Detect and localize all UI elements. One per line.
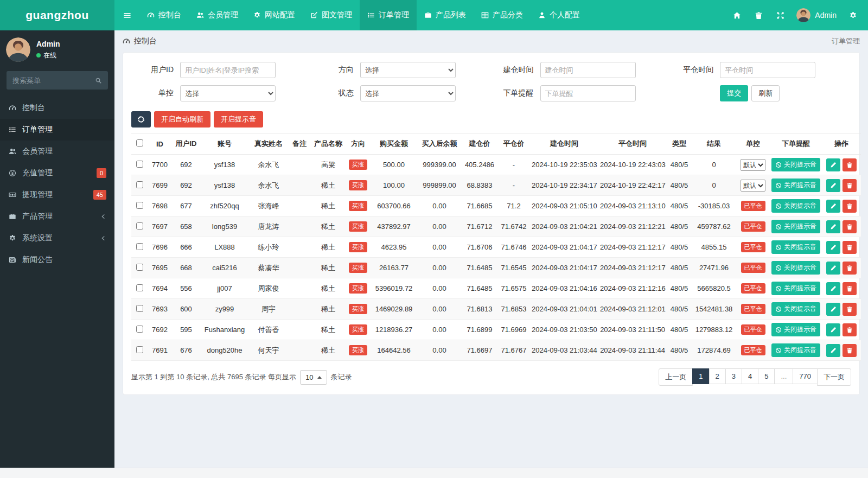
delete-button[interactable]: [843, 179, 857, 192]
row-checkbox[interactable]: [136, 181, 143, 188]
row-checkbox[interactable]: [136, 161, 143, 168]
edit-button[interactable]: [826, 220, 840, 233]
row-checkbox[interactable]: [136, 326, 143, 333]
sidebar-toggle-button[interactable]: [114, 0, 139, 30]
open-time-filter-input[interactable]: [540, 62, 636, 78]
filter-refresh-button[interactable]: 刷新: [751, 85, 780, 101]
delete-button[interactable]: [843, 282, 857, 295]
control-filter-select[interactable]: 选择: [180, 85, 276, 101]
sidebar-item-members[interactable]: 会员管理: [0, 141, 114, 162]
auto-refresh-button[interactable]: 开启自动刷新: [154, 111, 210, 128]
edit-button[interactable]: [826, 262, 840, 275]
page-button[interactable]: 2: [709, 368, 726, 384]
edit-button[interactable]: [826, 282, 840, 295]
nav-item-orders[interactable]: 订单管理: [360, 0, 417, 30]
column-header[interactable]: 购买金额: [371, 133, 417, 155]
row-checkbox[interactable]: [136, 264, 143, 271]
nav-item-product-category[interactable]: 产品分类: [474, 0, 531, 30]
nav-item-members[interactable]: 会员管理: [189, 0, 246, 30]
bottom-scrollbar-track[interactable]: [0, 468, 868, 478]
edit-button[interactable]: [826, 344, 840, 357]
nav-item-site-config[interactable]: 网站配置: [246, 0, 303, 30]
page-button[interactable]: 下一页: [817, 368, 851, 386]
sidebar-item-news[interactable]: 新闻公告: [0, 249, 114, 271]
status-filter-select[interactable]: 选择: [360, 85, 456, 101]
nav-item-product-list[interactable]: 产品列表: [417, 0, 474, 30]
settings-button[interactable]: [842, 0, 864, 30]
delete-button[interactable]: [843, 158, 857, 171]
column-header[interactable]: 方向: [346, 133, 371, 155]
row-checkbox[interactable]: [136, 346, 143, 353]
page-size-select[interactable]: 10: [300, 370, 327, 385]
sound-toggle-button[interactable]: 开启提示音: [214, 111, 263, 128]
close-sound-button[interactable]: 关闭提示音: [771, 323, 820, 336]
column-header[interactable]: 下单提醒: [770, 133, 822, 155]
edit-button[interactable]: [826, 303, 840, 316]
close-sound-button[interactable]: 关闭提示音: [771, 158, 820, 171]
column-header[interactable]: 平仓时间: [598, 133, 667, 155]
sidebar-item-orders[interactable]: 订单管理: [0, 119, 114, 141]
close-time-filter-input[interactable]: [720, 62, 815, 78]
page-button[interactable]: ...: [774, 368, 793, 384]
delete-button[interactable]: [843, 241, 857, 254]
column-header[interactable]: 类型: [667, 133, 692, 155]
user-menu[interactable]: Admin: [791, 0, 842, 30]
column-header[interactable]: 建仓时间: [530, 133, 598, 155]
menu-search-button[interactable]: [88, 71, 108, 90]
row-checkbox[interactable]: [136, 243, 143, 250]
page-button[interactable]: 770: [793, 368, 818, 384]
edit-button[interactable]: [826, 158, 840, 171]
column-header[interactable]: 操作: [822, 133, 861, 155]
breadcrumb[interactable]: 控制台: [123, 36, 157, 46]
delete-button[interactable]: [843, 323, 857, 336]
column-header[interactable]: 真实姓名: [249, 133, 288, 155]
filter-submit-button[interactable]: 提交: [720, 85, 748, 101]
close-sound-button[interactable]: 关闭提示音: [771, 179, 820, 192]
delete-button[interactable]: [843, 262, 857, 275]
sidebar-item-withdraw[interactable]: 提现管理45: [0, 184, 114, 206]
edit-button[interactable]: [826, 179, 840, 192]
menu-search-input[interactable]: [7, 71, 88, 90]
row-checkbox[interactable]: [136, 305, 143, 312]
close-sound-button[interactable]: 关闭提示音: [771, 343, 820, 357]
page-button[interactable]: 3: [725, 368, 742, 384]
close-sound-button[interactable]: 关闭提示音: [771, 302, 820, 316]
sidebar-item-products[interactable]: 产品管理: [0, 206, 114, 227]
edit-button[interactable]: [826, 241, 840, 254]
close-sound-button[interactable]: 关闭提示音: [771, 220, 820, 233]
column-header[interactable]: 账号: [200, 133, 249, 155]
column-header[interactable]: 单控: [736, 133, 770, 155]
close-sound-button[interactable]: 关闭提示音: [771, 282, 820, 295]
refresh-table-button[interactable]: [131, 111, 151, 128]
control-select[interactable]: 默认: [741, 180, 765, 192]
clear-cache-button[interactable]: [748, 0, 769, 30]
delete-button[interactable]: [843, 200, 857, 213]
delete-button[interactable]: [843, 220, 857, 233]
column-header[interactable]: 建仓价: [462, 133, 497, 155]
page-button[interactable]: 1: [692, 368, 709, 384]
delete-button[interactable]: [843, 303, 857, 316]
close-sound-button[interactable]: 关闭提示音: [771, 261, 820, 275]
column-header[interactable]: ID: [148, 133, 172, 155]
fullscreen-button[interactable]: [769, 0, 791, 30]
column-header[interactable]: 买入后余额: [417, 133, 462, 155]
nav-item-console[interactable]: 控制台: [139, 0, 189, 30]
close-sound-button[interactable]: 关闭提示音: [771, 199, 820, 213]
direction-filter-select[interactable]: 选择: [360, 62, 456, 78]
sidebar-item-console[interactable]: 控制台: [0, 97, 114, 119]
select-all-checkbox[interactable]: [136, 139, 143, 146]
page-button[interactable]: 4: [742, 368, 758, 384]
edit-button[interactable]: [826, 323, 840, 336]
column-header[interactable]: 用户ID: [172, 133, 200, 155]
control-select[interactable]: 默认: [741, 159, 765, 171]
brand-logo[interactable]: guangzhou: [0, 0, 114, 30]
nav-item-content[interactable]: 图文管理: [303, 0, 360, 30]
delete-button[interactable]: [843, 344, 857, 357]
sidebar-item-settings[interactable]: 系统设置: [0, 227, 114, 249]
close-sound-button[interactable]: 关闭提示音: [771, 240, 820, 254]
page-button[interactable]: 上一页: [659, 368, 693, 386]
column-header[interactable]: 平仓价: [497, 133, 530, 155]
column-header[interactable]: 结果: [692, 133, 736, 155]
column-header[interactable]: 备注: [288, 133, 311, 155]
row-checkbox[interactable]: [136, 222, 143, 230]
